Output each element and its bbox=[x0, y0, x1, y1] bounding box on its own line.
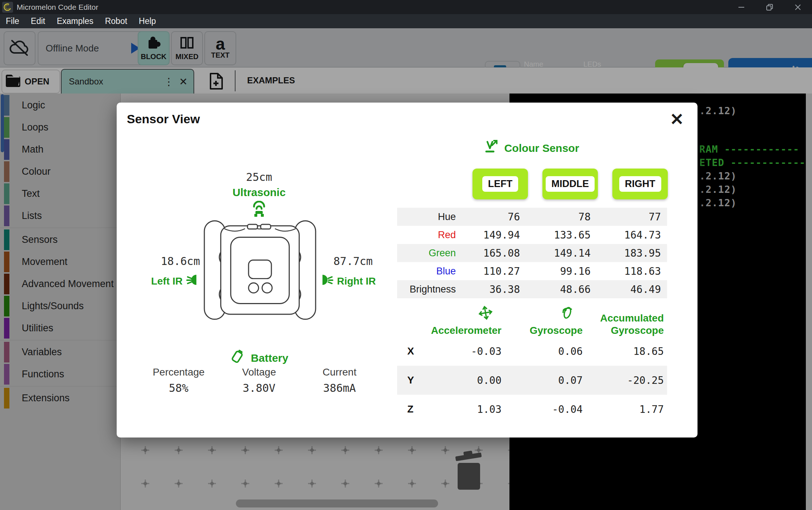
cell-value: 48.66 bbox=[520, 283, 591, 295]
restore-button[interactable] bbox=[755, 0, 784, 14]
colour-swatch-label: LEFT bbox=[482, 176, 519, 192]
cell-value: 0.06 bbox=[501, 345, 583, 357]
row-label: Hue bbox=[397, 211, 456, 223]
motion-table-header: Accelerometer Gyroscope Accumulated Gyro… bbox=[397, 306, 664, 337]
menu-robot[interactable]: Robot bbox=[99, 14, 133, 28]
table-row-green: Green 165.08 149.14 183.95 bbox=[397, 244, 667, 262]
accumulated-label-line2: Gyroscope bbox=[611, 324, 664, 337]
cell-value: 149.94 bbox=[456, 229, 520, 241]
gyroscope-icon bbox=[560, 306, 574, 323]
right-ir-value: 87.7cm bbox=[320, 255, 387, 268]
row-label: Y bbox=[397, 374, 447, 386]
table-row-y: Y 0.00 0.07 -20.25 bbox=[397, 366, 667, 395]
accumulated-label-line1: Accumulated bbox=[600, 312, 664, 324]
cell-value: 183.95 bbox=[591, 247, 661, 259]
cell-value: 77 bbox=[591, 211, 661, 223]
row-label: Brightness bbox=[397, 284, 456, 295]
colour-swatch-left[interactable]: LEFT bbox=[472, 169, 528, 199]
row-label: Blue bbox=[397, 266, 456, 277]
battery-icon bbox=[230, 348, 246, 368]
menu-file[interactable]: File bbox=[0, 14, 25, 28]
cell-value: -0.03 bbox=[447, 345, 501, 357]
colour-swatch-label: MIDDLE bbox=[546, 176, 595, 192]
cell-value: -20.25 bbox=[583, 374, 664, 386]
row-label: Z bbox=[397, 403, 447, 415]
cell-value: -0.04 bbox=[501, 403, 583, 415]
motion-table: X -0.03 0.06 18.65 Y 0.00 0.07 -20.25 Z … bbox=[397, 337, 667, 424]
modal-title: Sensor View bbox=[127, 112, 200, 126]
left-ir-icon bbox=[186, 273, 200, 290]
battery-col-value: 3.80V bbox=[219, 382, 299, 394]
colour-swatch-label: RIGHT bbox=[619, 176, 661, 192]
cell-value: 149.14 bbox=[520, 247, 591, 259]
ultrasonic-block: 25cm Ultrasonic bbox=[205, 171, 313, 219]
battery-col-value: 58% bbox=[138, 382, 219, 394]
colour-sensor-icon bbox=[484, 140, 499, 157]
ultrasonic-label: Ultrasonic bbox=[205, 186, 313, 199]
cell-value: 46.49 bbox=[591, 283, 661, 295]
colour-sensor-table: Hue 76 78 77 Red 149.94 133.65 164.73 Gr… bbox=[397, 208, 667, 298]
cell-value: 1.77 bbox=[583, 403, 664, 415]
cell-value: 1.03 bbox=[447, 403, 501, 415]
cell-value: 99.16 bbox=[520, 265, 591, 277]
battery-col-label: Current bbox=[299, 366, 380, 378]
menu-bar: File Edit Examples Robot Help bbox=[0, 14, 812, 28]
cell-value: 76 bbox=[456, 211, 520, 223]
left-ir-block: 18.6cm Left IR bbox=[117, 255, 200, 290]
battery-col-value: 386mA bbox=[299, 382, 380, 394]
ultrasonic-icon bbox=[205, 201, 313, 219]
cell-value: 36.38 bbox=[456, 283, 520, 295]
battery-current-col: Current 386mA bbox=[299, 366, 380, 394]
gyroscope-header: Gyroscope bbox=[501, 306, 583, 337]
sensor-view-modal: Sensor View ✕ 25cm Ultrasonic bbox=[117, 103, 698, 438]
table-row-blue: Blue 110.27 99.16 118.63 bbox=[397, 262, 667, 280]
colour-swatch-right[interactable]: RIGHT bbox=[612, 169, 668, 199]
accelerometer-icon bbox=[478, 306, 493, 323]
cell-value: 110.27 bbox=[456, 265, 520, 277]
menu-examples[interactable]: Examples bbox=[51, 14, 99, 28]
window-title: Micromelon Code Editor bbox=[17, 3, 98, 12]
accelerometer-header: Accelerometer bbox=[397, 306, 501, 337]
menu-edit[interactable]: Edit bbox=[25, 14, 51, 28]
battery-col-label: Percentage bbox=[138, 366, 219, 378]
modal-close-button[interactable]: ✕ bbox=[667, 109, 687, 129]
battery-col-label: Voltage bbox=[219, 366, 299, 378]
cell-value: 0.00 bbox=[447, 374, 501, 386]
colour-sensor-label: Colour Sensor bbox=[504, 142, 579, 154]
battery-percentage-col: Percentage 58% bbox=[138, 366, 219, 394]
table-row-red: Red 149.94 133.65 164.73 bbox=[397, 226, 667, 244]
right-ir-icon bbox=[320, 273, 333, 290]
gyroscope-label: Gyroscope bbox=[530, 324, 583, 337]
accumulated-gyroscope-header: Accumulated Gyroscope bbox=[583, 312, 664, 337]
battery-columns: Percentage 58% Voltage 3.80V Current 386… bbox=[138, 366, 380, 394]
cell-value: 164.73 bbox=[591, 229, 661, 241]
table-row-brightness: Brightness 36.38 48.66 46.49 bbox=[397, 280, 667, 298]
battery-label: Battery bbox=[251, 352, 288, 364]
left-ir-value: 18.6cm bbox=[117, 255, 200, 268]
table-row-z: Z 1.03 -0.04 1.77 bbox=[397, 395, 667, 424]
right-ir-block: 87.7cm Right IR bbox=[320, 255, 403, 290]
minimize-button[interactable] bbox=[727, 0, 755, 14]
close-window-button[interactable] bbox=[784, 0, 812, 14]
title-bar: Micromelon Code Editor bbox=[0, 0, 812, 14]
accelerometer-label: Accelerometer bbox=[431, 324, 501, 337]
colour-swatch-middle[interactable]: MIDDLE bbox=[542, 169, 598, 199]
app-window: Micromelon Code Editor File Edit Example… bbox=[0, 0, 812, 510]
row-label: Green bbox=[397, 248, 456, 259]
left-ir-label: Left IR bbox=[151, 275, 183, 287]
cell-value: 0.07 bbox=[501, 374, 583, 386]
robot-top-view-diagram bbox=[203, 218, 317, 324]
table-row-x: X -0.03 0.06 18.65 bbox=[397, 337, 667, 366]
right-ir-label: Right IR bbox=[337, 275, 376, 287]
cell-value: 133.65 bbox=[520, 229, 591, 241]
cell-value: 18.65 bbox=[583, 345, 664, 357]
cell-value: 118.63 bbox=[591, 265, 661, 277]
table-row-hue: Hue 76 78 77 bbox=[397, 208, 667, 226]
battery-header: Battery bbox=[205, 348, 313, 368]
row-label: X bbox=[397, 345, 447, 357]
colour-sensor-header: Colour Sensor bbox=[454, 140, 609, 157]
cell-value: 165.08 bbox=[456, 247, 520, 259]
battery-voltage-col: Voltage 3.80V bbox=[219, 366, 299, 394]
app-logo-melon-icon bbox=[2, 2, 13, 13]
menu-help[interactable]: Help bbox=[133, 14, 162, 28]
